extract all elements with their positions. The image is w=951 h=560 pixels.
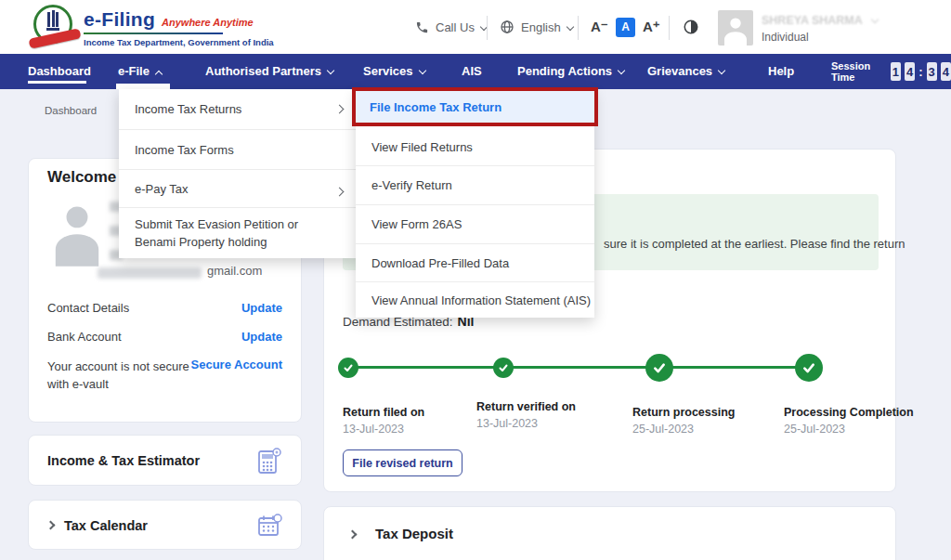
- timeline-step-date: 13-Jul-2023: [343, 423, 404, 436]
- brand-tagline: Anywhere Anytime: [162, 17, 254, 28]
- tax-deposit-card[interactable]: Tax Deposit: [323, 506, 896, 560]
- chevron-down-icon: [618, 67, 625, 74]
- secure-account-link[interactable]: Secure Account: [191, 358, 283, 371]
- session-digit: 4: [905, 62, 915, 81]
- user-avatar[interactable]: [718, 10, 753, 46]
- timeline-step-title: Processing Completion: [784, 406, 914, 419]
- estimator-title: Income & Tax Estimator: [47, 453, 200, 468]
- evault-status-label: Your account is not secure with e-vault: [47, 358, 191, 393]
- email-suffix: gmail.com: [207, 264, 262, 278]
- person-icon: [47, 194, 107, 267]
- calculator-icon: [256, 448, 282, 475]
- call-us-label: Call Us: [436, 20, 475, 34]
- timeline-step-title: Return processing: [632, 406, 735, 419]
- breadcrumb: Dashboard: [45, 105, 97, 116]
- alert-text: sure it is completed at the earliest. Pl…: [604, 237, 905, 251]
- bank-account-label: Bank Account: [47, 330, 122, 344]
- language-menu[interactable]: English: [500, 0, 573, 54]
- user-role: Individual: [762, 31, 809, 44]
- brand-divider: [84, 33, 223, 34]
- call-us-menu[interactable]: Call Us: [415, 0, 487, 54]
- active-tab-underline: [28, 81, 86, 84]
- tax-calendar-card[interactable]: Tax Calendar: [28, 500, 302, 550]
- redacted-email-prefix: [98, 267, 202, 279]
- itr-submenu: File Income Tax Return View Filed Return…: [356, 89, 594, 318]
- check-circle-icon: [493, 358, 514, 378]
- nav-dashboard[interactable]: Dashboard: [28, 54, 91, 89]
- timeline-step-date: 13-Jul-2023: [476, 417, 538, 430]
- chevron-right-icon: [348, 530, 358, 540]
- session-timer: Session Time 1 4 : 3 4: [831, 54, 951, 89]
- update-contact-link[interactable]: Update: [241, 301, 282, 315]
- nav-ais[interactable]: AIS: [462, 54, 482, 89]
- brand-subtitle: Income Tax Department, Government of Ind…: [84, 37, 274, 47]
- timeline-step-title: Return filed on: [343, 406, 424, 419]
- timeline-connector: [348, 366, 809, 369]
- menu-item-epay-tax[interactable]: e-Pay Tax: [119, 170, 358, 207]
- chevron-right-icon: [335, 105, 345, 114]
- chevron-down-icon: [871, 16, 879, 23]
- chevron-down-icon: [418, 67, 425, 74]
- header-divider: [578, 16, 579, 40]
- chevron-down-icon: [718, 67, 725, 74]
- header-divider: [487, 16, 488, 40]
- check-circle-icon: [795, 354, 823, 382]
- brand-name: e-Filing: [84, 8, 155, 31]
- session-digit: 1: [891, 62, 901, 81]
- submenu-item-everify-return[interactable]: e-Verify Return: [356, 166, 594, 204]
- contrast-toggle[interactable]: [683, 0, 699, 54]
- nav-authorised-partners[interactable]: Authorised Partners: [205, 54, 333, 89]
- font-decrease-button[interactable]: A⁻: [591, 0, 608, 54]
- submenu-item-download-prefilled-data[interactable]: Download Pre-Filled Data: [356, 244, 594, 281]
- font-normal-button[interactable]: A: [616, 0, 635, 54]
- check-circle-icon: [645, 354, 673, 382]
- session-time-label: Session Time: [831, 60, 884, 83]
- tax-deposit-title: Tax Deposit: [375, 526, 453, 541]
- menu-item-tax-evasion-petition[interactable]: Submit Tax Evasion Petition or Benami Pr…: [119, 208, 358, 258]
- chevron-right-icon: [46, 521, 56, 530]
- submenu-item-view-ais[interactable]: View Annual Information Statement (AIS): [356, 282, 594, 318]
- globe-icon: [500, 20, 515, 34]
- session-colon: :: [918, 65, 922, 79]
- language-label: English: [521, 20, 561, 34]
- header-divider: [669, 16, 670, 40]
- person-icon: [718, 10, 753, 46]
- contact-details-label: Contact Details: [47, 301, 129, 315]
- profile-avatar: [47, 194, 107, 267]
- submenu-item-view-form-26as[interactable]: View Form 26AS: [356, 205, 594, 243]
- tax-calendar-title: Tax Calendar: [64, 518, 148, 533]
- update-bank-link[interactable]: Update: [241, 330, 282, 344]
- top-header: e-Filing Anywhere Anytime Income Tax Dep…: [0, 0, 951, 54]
- nav-grievances[interactable]: Grievances: [647, 54, 724, 89]
- income-tax-dept-emblem: [31, 5, 77, 51]
- timeline-step-date: 25-Jul-2023: [784, 423, 845, 436]
- session-digit: 3: [927, 62, 937, 81]
- efiling-portal-page: e-Filing Anywhere Anytime Income Tax Dep…: [0, 0, 951, 560]
- chevron-down-icon: [327, 67, 334, 74]
- efile-dropdown-menu: Income Tax Returns Income Tax Forms e-Pa…: [119, 89, 358, 258]
- submenu-item-view-filed-returns[interactable]: View Filed Returns: [356, 128, 594, 165]
- ashoka-pillar-icon: [46, 12, 59, 33]
- brand-block: e-Filing Anywhere Anytime Income Tax Dep…: [84, 8, 274, 47]
- calendar-icon: [256, 513, 282, 539]
- check-circle-icon: [338, 358, 358, 378]
- nav-help[interactable]: Help: [768, 54, 794, 89]
- timeline-step-title: Return verified on: [476, 400, 576, 413]
- menu-item-income-tax-returns[interactable]: Income Tax Returns: [119, 89, 358, 129]
- menu-item-income-tax-forms[interactable]: Income Tax Forms: [119, 130, 358, 169]
- timeline-step-date: 25-Jul-2023: [632, 423, 694, 436]
- user-name[interactable]: SHREYA SHARMA: [762, 14, 878, 27]
- nav-pending-actions[interactable]: Pending Actions: [517, 54, 624, 89]
- submenu-item-file-income-tax-return[interactable]: File Income Tax Return: [352, 87, 598, 126]
- chevron-down-icon: [566, 23, 573, 31]
- font-increase-button[interactable]: A⁺: [643, 0, 660, 54]
- phone-icon: [415, 20, 429, 34]
- file-revised-return-button[interactable]: File revised return: [343, 449, 462, 476]
- nav-services[interactable]: Services: [363, 54, 425, 89]
- session-digit: 4: [941, 62, 951, 81]
- income-tax-estimator-card[interactable]: Income & Tax Estimator: [28, 435, 302, 486]
- contrast-icon: [683, 19, 699, 35]
- chevron-up-icon: [155, 71, 163, 78]
